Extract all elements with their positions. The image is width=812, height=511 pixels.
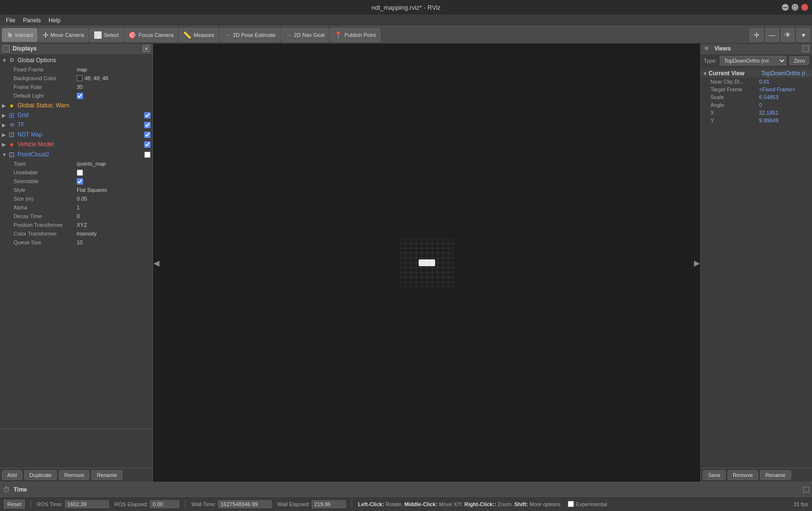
- style-value[interactable]: Flat Squares: [77, 187, 107, 193]
- frame-rate-value[interactable]: 30: [77, 84, 83, 90]
- current-view-header[interactable]: ▼ Current View TopDownOrtho (r...: [701, 69, 812, 78]
- queue-size-label: Queue Size: [14, 239, 77, 245]
- experimental-checkbox[interactable]: [568, 501, 574, 507]
- measure-button[interactable]: 📏 Measure: [179, 28, 219, 42]
- tf-expand[interactable]: ▶: [2, 122, 8, 128]
- displays-close-button[interactable]: ✕: [143, 45, 150, 52]
- global-status-expand[interactable]: ▶: [2, 103, 8, 108]
- bg-color-value[interactable]: 48; 48; 48: [85, 75, 108, 81]
- near-clip-label: Near Clip Di...: [710, 79, 759, 85]
- zero-button[interactable]: Zero: [789, 56, 809, 65]
- selectable-checkbox[interactable]: [77, 178, 83, 185]
- views-type-select[interactable]: TopDownOrtho (rvi: [720, 56, 786, 66]
- scale-value[interactable]: 6.54853: [759, 94, 778, 100]
- camera-button[interactable]: 👁: [781, 28, 795, 42]
- unreliable-checkbox[interactable]: [77, 170, 83, 176]
- tf-checkbox[interactable]: [144, 122, 151, 128]
- pose-estimate-button[interactable]: → 2D Pose Estimate: [220, 28, 280, 42]
- alpha-label: Alpha: [14, 204, 77, 210]
- right-arrow[interactable]: ▶: [694, 258, 700, 268]
- duplicate-button[interactable]: Duplicate: [24, 470, 57, 480]
- ndt-map-expand[interactable]: ▶: [2, 132, 8, 137]
- y-label: Y: [710, 118, 759, 123]
- focus-camera-button[interactable]: 🎯 Focus Camera: [124, 28, 178, 42]
- focus-camera-icon: 🎯: [128, 31, 136, 39]
- vehicle-model-row[interactable]: ▶ ● Vehicle Model: [0, 139, 152, 149]
- vehicle-model-checkbox[interactable]: [144, 141, 151, 148]
- select-icon: ⬜: [94, 31, 102, 39]
- near-clip-value[interactable]: 0.01: [759, 79, 769, 85]
- vehicle-model-expand[interactable]: ▶: [2, 142, 8, 147]
- svg-rect-19: [419, 259, 435, 266]
- save-view-button[interactable]: Save: [703, 470, 726, 480]
- pointcloud2-row[interactable]: ▼ ⊡ PointCloud2: [0, 150, 152, 159]
- bg-color-swatch[interactable]: [77, 75, 83, 81]
- reset-button[interactable]: Reset: [4, 500, 25, 509]
- angle-value[interactable]: 0: [759, 102, 762, 108]
- menu-help[interactable]: Help: [45, 16, 65, 25]
- toolbar-right-icons: ✛ — 👁 ▾: [750, 28, 810, 42]
- tf-row[interactable]: ▶ ⟲ TF: [0, 120, 152, 130]
- frame-rate-row: Frame Rate 30: [0, 83, 152, 91]
- grid-expand[interactable]: ▶: [2, 113, 8, 118]
- minimize-button[interactable]: ─: [782, 4, 789, 11]
- queue-size-value[interactable]: 10: [77, 239, 83, 245]
- viewport[interactable]: ◀: [153, 44, 700, 482]
- alpha-value[interactable]: 1: [77, 204, 80, 210]
- decay-time-value[interactable]: 0: [77, 213, 80, 219]
- remove-display-button[interactable]: Remove: [59, 470, 89, 480]
- nav-goal-icon: →: [285, 31, 292, 39]
- ndt-map-row[interactable]: ▶ ⊡ NDT Map: [0, 130, 152, 139]
- rename-display-button[interactable]: Rename: [91, 470, 122, 480]
- position-transformer-value[interactable]: XYZ: [77, 222, 87, 228]
- ndt-map-checkbox[interactable]: [144, 132, 151, 138]
- publish-point-button[interactable]: 📍 Publish Point: [330, 28, 380, 42]
- displays-title: Displays: [13, 45, 140, 52]
- select-button[interactable]: ⬜ Select: [89, 28, 123, 42]
- nav-goal-button[interactable]: → 2D Nav Goal: [281, 28, 329, 42]
- x-value[interactable]: 32.1851: [759, 110, 778, 116]
- wall-elapsed-input[interactable]: [312, 500, 346, 508]
- zoom-out-button[interactable]: —: [765, 28, 779, 42]
- frame-rate-label: Frame Rate: [14, 84, 77, 90]
- tf-icon: ⟲: [8, 121, 16, 129]
- global-status-row[interactable]: ▶ ● Global Status: Warn: [0, 101, 152, 110]
- add-button[interactable]: Add: [2, 470, 22, 480]
- views-type-row: Type: TopDownOrtho (rvi Zero: [701, 54, 812, 68]
- left-arrow[interactable]: ◀: [153, 258, 160, 268]
- global-options-row[interactable]: ▼ ⚙ Global Options: [0, 55, 152, 65]
- x-row: X 32.1851: [701, 109, 812, 117]
- interact-button[interactable]: 🖱 Interact: [2, 28, 37, 42]
- topic-value[interactable]: /points_map: [77, 161, 106, 167]
- ros-elapsed-input[interactable]: [150, 500, 179, 508]
- color-transformer-value[interactable]: Intensity: [77, 231, 97, 237]
- time-expander-button[interactable]: [803, 487, 809, 493]
- default-light-checkbox[interactable]: [77, 93, 83, 99]
- wall-time-input[interactable]: [218, 500, 271, 508]
- pointcloud2-checkbox[interactable]: [144, 152, 151, 158]
- queue-size-row: Queue Size 10: [0, 238, 152, 247]
- views-close-button[interactable]: [802, 45, 809, 52]
- x-label: X: [710, 110, 759, 116]
- menu-panels[interactable]: Panels: [19, 16, 45, 25]
- size-value[interactable]: 0.05: [77, 196, 87, 202]
- position-transformer-label: Position Transformer: [14, 222, 77, 228]
- grid-checkbox[interactable]: [144, 112, 151, 119]
- maximize-button[interactable]: □: [792, 4, 798, 11]
- move-camera-button[interactable]: ✛ Move Camera: [38, 28, 88, 42]
- more-button[interactable]: ▾: [796, 28, 810, 42]
- close-button[interactable]: [801, 4, 808, 11]
- y-value[interactable]: 9.99649: [759, 118, 778, 123]
- current-view-expand[interactable]: ▼: [703, 71, 709, 76]
- target-frame-value[interactable]: <Fixed Frame>: [759, 86, 795, 92]
- rename-view-button[interactable]: Rename: [760, 470, 791, 480]
- menu-file[interactable]: File: [2, 16, 19, 25]
- pointcloud2-expand[interactable]: ▼: [2, 152, 8, 157]
- fixed-frame-value[interactable]: map: [77, 67, 87, 72]
- default-light-row: Default Light: [0, 91, 152, 100]
- ros-time-input[interactable]: [65, 500, 109, 508]
- crosshair-button[interactable]: ✛: [750, 28, 763, 42]
- global-options-expand[interactable]: ▼: [2, 58, 8, 63]
- remove-view-button[interactable]: Remove: [727, 470, 758, 480]
- grid-row[interactable]: ▶ ⊞ Grid: [0, 110, 152, 120]
